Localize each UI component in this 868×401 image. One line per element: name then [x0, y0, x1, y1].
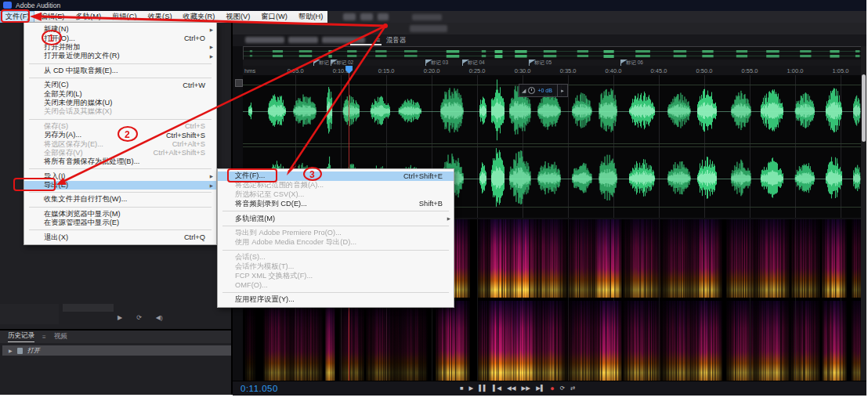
export-menu-item[interactable]: 文件(F)...Ctrl+Shift+E [218, 172, 454, 181]
menubar-item[interactable]: 帮助(H) [293, 11, 329, 23]
ruler-time-label: 0:35.0 [560, 67, 577, 74]
file-menu-item[interactable]: 将所有音频保存为批处理(B)... [24, 157, 216, 166]
preview-speaker-icon[interactable]: ◀) [156, 314, 163, 321]
loop-button[interactable]: ⟳ [560, 385, 565, 392]
menubar-item[interactable]: 视图(V) [220, 11, 255, 23]
ruler-time-label: 0:55.0 [742, 67, 758, 74]
rewind-button[interactable]: ◀◀ [507, 385, 516, 392]
file-menu-item[interactable]: 打开最近使用的文件(R)▶ [24, 52, 216, 60]
toolbar-icon-blur[interactable] [343, 13, 356, 20]
menubar-item[interactable]: 多轨(M) [70, 11, 107, 23]
submenu-arrow-icon: ▶ [210, 183, 213, 188]
toolbar-icon-blur[interactable] [378, 13, 389, 20]
history-entry-row[interactable]: ▶ 打开 [2, 345, 234, 356]
menu-item-shortcut: Ctrl+O [184, 34, 205, 42]
menu-item-label: 多轨缩混(M) [235, 214, 275, 224]
menu-bar: 文件(F)编辑(E)多轨(M)剪辑(C)效果(S)收藏夹(R)视图(V)窗口(W… [0, 11, 327, 23]
file-tab-blur[interactable] [245, 37, 284, 43]
submenu-arrow-icon: ▶ [210, 45, 213, 49]
menubar-item[interactable]: 窗口(W) [255, 11, 293, 23]
menubar-item[interactable]: 效果(S) [143, 11, 178, 23]
fast-forward-button[interactable]: ▶▶ [522, 385, 531, 392]
goto-end-button[interactable]: ▶▌ [536, 385, 544, 392]
export-submenu: 文件(F)...Ctrl+Shift+E将选定标记范围的音频(A)...所选标记… [217, 168, 454, 308]
overview-waveform-strip[interactable] [243, 46, 863, 60]
vertical-scrollbar-thumb[interactable] [862, 74, 866, 142]
menu-separator [29, 207, 212, 208]
menu-item-label: 导出(E) [44, 180, 68, 190]
menu-item-label: 应用程序设置(Y)... [235, 294, 295, 305]
file-menu-item[interactable]: 关闭会话及其媒体(X) [24, 107, 216, 116]
tab-history[interactable]: 历史记录 [8, 331, 34, 342]
file-menu-item[interactable]: 导出(E)▶ [24, 181, 216, 190]
history-row-arrow-icon: ▶ [9, 348, 13, 353]
export-menu-item[interactable]: 将音频刻录到 CD(E)...Shift+B [218, 199, 454, 208]
skip-selection-button[interactable]: ⇄ [570, 385, 575, 392]
menu-separator [222, 250, 449, 251]
export-menu-item[interactable]: 应用程序设置(Y)... [218, 295, 454, 305]
menu-separator [29, 63, 212, 64]
export-menu-item[interactable]: OMF(O)... [218, 280, 454, 290]
panel-menu-icon[interactable]: ≡ [42, 334, 46, 341]
menu-separator [29, 78, 212, 78]
preview-loop-icon[interactable]: ⟳ [136, 314, 142, 321]
app-icon [3, 2, 12, 9]
markers-row: 标记 01标记 02标记 03标记 04标记 05标记 06 [233, 60, 866, 66]
menu-item-shortcut: Ctrl+Q [184, 233, 205, 241]
hud-meter-icon: ◢ [522, 88, 526, 94]
export-menu-item[interactable]: 导出到 Adobe Premiere Pro(O)... [218, 229, 454, 238]
menubar-item[interactable]: 剪辑(C) [107, 11, 143, 23]
stop-button[interactable]: ■ [460, 385, 464, 392]
tab-video[interactable]: 视频 [54, 332, 67, 341]
ruler-time-label: 0:25.0 [469, 67, 486, 74]
menubar-item[interactable]: 文件(F) [0, 11, 34, 23]
export-menu-item[interactable]: 会话作为模板(T)... [218, 262, 454, 271]
workspace-label-blur[interactable] [412, 14, 442, 20]
menu-item-shortcut: Ctrl+S [185, 122, 205, 130]
file-menu-item[interactable]: 退出(X)Ctrl+Q [24, 233, 216, 241]
panel-menu-icon[interactable]: ≡ [376, 36, 380, 44]
file-menu-item[interactable]: 收集文件并自行打包(W)... [24, 195, 216, 204]
menu-item-label: 收集文件并自行打包(W)... [44, 194, 127, 204]
file-menu-item[interactable]: 在资源管理器中显示(E) [24, 219, 216, 227]
editor-tabbar: ≡ 混音器 [233, 34, 866, 46]
export-menu-item[interactable]: 将选定标记范围的音频(A)... [218, 181, 454, 190]
preview-play-icon[interactable]: ▶ [118, 314, 122, 321]
export-menu-item[interactable]: FCP XML 交换格式(F)... [218, 271, 454, 280]
title-bar: Adobe Audition [0, 0, 866, 11]
export-menu-item[interactable]: 所选标记至 CSV(X)... [218, 190, 454, 200]
tab-mixer[interactable]: 混音器 [386, 36, 407, 45]
menu-item-shortcut: Ctrl+Shift+S [166, 132, 205, 139]
menu-item-label: 从 CD 中提取音频(E)... [44, 66, 118, 76]
goto-start-button[interactable]: ▌◀ [493, 385, 501, 392]
file-tab-blur[interactable] [288, 37, 318, 43]
transport-controls: ■▶▌▌▌◀◀◀▶▶▶▌●⟳⇄ [460, 381, 575, 396]
menu-separator [29, 229, 212, 230]
export-menu-item[interactable]: 使用 Adobe Media Encoder 导出(D)... [218, 238, 454, 247]
menu-item-label: 将所有音频保存为批处理(B)... [44, 157, 139, 167]
menu-item-label: OMF(O)... [235, 281, 268, 289]
menubar-item[interactable]: 编辑(E) [34, 11, 70, 23]
play-button[interactable]: ▶ [469, 385, 474, 392]
ruler-time-label: 0:05.0 [288, 67, 304, 74]
submenu-arrow-icon: ▶ [210, 27, 213, 32]
channel-options-icon[interactable] [235, 79, 243, 87]
menu-item-label: 使用 Adobe Media Encoder 导出(D)... [235, 237, 356, 247]
app-title: Adobe Audition [16, 2, 60, 9]
file-menu-item[interactable]: 从 CD 中提取音频(E)... [24, 67, 216, 75]
menubar-item[interactable]: 收藏夹(R) [178, 11, 221, 23]
ruler-time-label: 0:45.0 [651, 67, 667, 74]
menu-item-shortcut: Ctrl+Shift+E [403, 172, 443, 180]
ruler-unit-label: hms [244, 67, 255, 74]
toolbar-icon-blur[interactable] [360, 13, 373, 20]
file-tab-blur[interactable] [322, 37, 365, 43]
export-menu-item[interactable]: 多轨缩混(M)▶ [218, 214, 454, 223]
hud-clock-icon [528, 87, 535, 94]
export-menu-item[interactable]: 会话(S)... [218, 253, 454, 262]
record-button[interactable]: ● [550, 385, 554, 392]
hud-expand-icon[interactable]: ▸ [557, 84, 568, 97]
history-panel-tabbar: 历史记录≡视频 [0, 331, 239, 343]
menu-item-label: 退出(X) [44, 233, 68, 243]
pause-button[interactable]: ▌▌ [479, 385, 487, 392]
hud-overlay[interactable]: ◢ +0 dB [519, 84, 562, 97]
